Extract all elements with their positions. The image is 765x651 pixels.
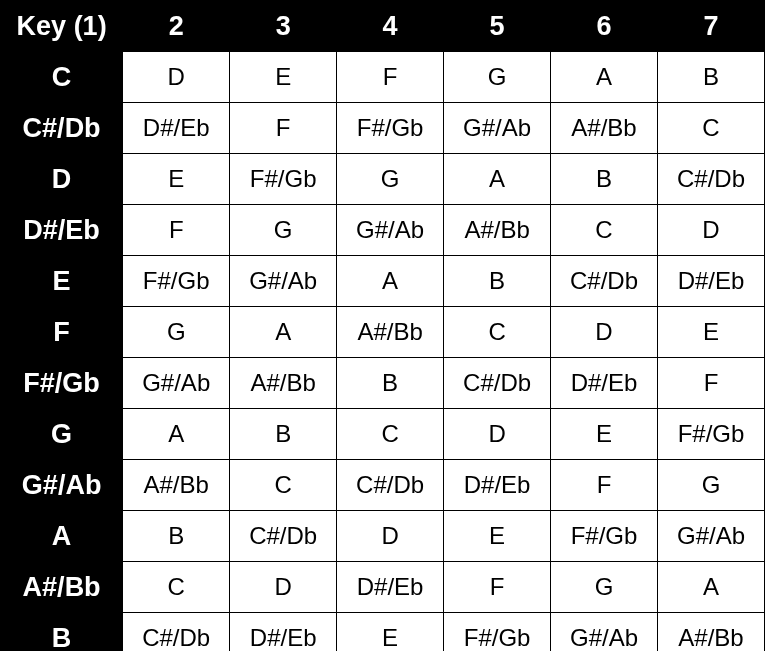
table-row: G#/AbA#/BbCC#/DbD#/EbFG — [1, 460, 765, 511]
data-cell: F — [123, 205, 230, 256]
data-cell: F — [444, 562, 551, 613]
data-cell: B — [230, 409, 337, 460]
key-cell: A#/Bb — [1, 562, 123, 613]
data-cell: A — [551, 52, 658, 103]
header-6: 6 — [551, 1, 658, 52]
data-cell: G — [337, 154, 444, 205]
key-cell: E — [1, 256, 123, 307]
data-cell: D — [123, 52, 230, 103]
data-cell: E — [230, 52, 337, 103]
header-row: Key (1) 2 3 4 5 6 7 — [1, 1, 765, 52]
key-cell: C — [1, 52, 123, 103]
data-cell: F — [551, 460, 658, 511]
data-cell: B — [551, 154, 658, 205]
key-cell: F#/Gb — [1, 358, 123, 409]
data-cell: A — [123, 409, 230, 460]
data-cell: F#/Gb — [230, 154, 337, 205]
data-cell: F — [658, 358, 765, 409]
table-row: A#/BbCDD#/EbFGA — [1, 562, 765, 613]
key-cell: G — [1, 409, 123, 460]
data-cell: B — [337, 358, 444, 409]
data-cell: A — [444, 154, 551, 205]
data-cell: E — [444, 511, 551, 562]
data-cell: D#/Eb — [123, 103, 230, 154]
data-cell: F — [337, 52, 444, 103]
key-cell: G#/Ab — [1, 460, 123, 511]
data-cell: A#/Bb — [658, 613, 765, 652]
data-cell: F#/Gb — [337, 103, 444, 154]
header-5: 5 — [444, 1, 551, 52]
data-cell: C — [230, 460, 337, 511]
table-row: CDEFGAB — [1, 52, 765, 103]
table-row: ABC#/DbDEF#/GbG#/Ab — [1, 511, 765, 562]
table-row: FGAA#/BbCDE — [1, 307, 765, 358]
key-cell: D — [1, 154, 123, 205]
data-cell: G — [123, 307, 230, 358]
header-2: 2 — [123, 1, 230, 52]
data-cell: F — [230, 103, 337, 154]
data-cell: C — [123, 562, 230, 613]
data-cell: B — [658, 52, 765, 103]
data-cell: D — [658, 205, 765, 256]
table-row: EF#/GbG#/AbABC#/DbD#/Eb — [1, 256, 765, 307]
scale-table-wrapper: Key (1) 2 3 4 5 6 7 CDEFGABC#/DbD#/EbFF#… — [0, 0, 765, 651]
scale-table: Key (1) 2 3 4 5 6 7 CDEFGABC#/DbD#/EbFF#… — [0, 0, 765, 651]
data-cell: D#/Eb — [658, 256, 765, 307]
data-cell: G#/Ab — [337, 205, 444, 256]
key-cell: F — [1, 307, 123, 358]
table-row: GABCDEF#/Gb — [1, 409, 765, 460]
header-key: Key (1) — [1, 1, 123, 52]
data-cell: C — [551, 205, 658, 256]
key-cell: C#/Db — [1, 103, 123, 154]
data-cell: G — [444, 52, 551, 103]
header-3: 3 — [230, 1, 337, 52]
header-7: 7 — [658, 1, 765, 52]
data-cell: G — [551, 562, 658, 613]
data-cell: D — [337, 511, 444, 562]
data-cell: B — [123, 511, 230, 562]
table-row: DEF#/GbGABC#/Db — [1, 154, 765, 205]
data-cell: G#/Ab — [444, 103, 551, 154]
key-cell: B — [1, 613, 123, 652]
data-cell: G#/Ab — [230, 256, 337, 307]
data-cell: D#/Eb — [230, 613, 337, 652]
data-cell: F#/Gb — [551, 511, 658, 562]
table-row: D#/EbFGG#/AbA#/BbCD — [1, 205, 765, 256]
data-cell: C#/Db — [658, 154, 765, 205]
key-cell: D#/Eb — [1, 205, 123, 256]
key-cell: A — [1, 511, 123, 562]
table-row: F#/GbG#/AbA#/BbBC#/DbD#/EbF — [1, 358, 765, 409]
data-cell: A#/Bb — [123, 460, 230, 511]
data-cell: A — [658, 562, 765, 613]
data-cell: C#/Db — [230, 511, 337, 562]
data-cell: C#/Db — [123, 613, 230, 652]
data-cell: F#/Gb — [444, 613, 551, 652]
data-cell: E — [551, 409, 658, 460]
data-cell: D#/Eb — [444, 460, 551, 511]
data-cell: G#/Ab — [551, 613, 658, 652]
data-cell: B — [444, 256, 551, 307]
data-cell: C — [444, 307, 551, 358]
data-cell: C#/Db — [444, 358, 551, 409]
data-cell: A#/Bb — [230, 358, 337, 409]
data-cell: F#/Gb — [123, 256, 230, 307]
data-cell: C — [658, 103, 765, 154]
data-cell: C#/Db — [337, 460, 444, 511]
data-cell: A#/Bb — [337, 307, 444, 358]
data-cell: E — [337, 613, 444, 652]
table-row: BC#/DbD#/EbEF#/GbG#/AbA#/Bb — [1, 613, 765, 652]
data-cell: D — [551, 307, 658, 358]
data-cell: E — [123, 154, 230, 205]
table-head: Key (1) 2 3 4 5 6 7 — [1, 1, 765, 52]
data-cell: A#/Bb — [551, 103, 658, 154]
data-cell: F#/Gb — [658, 409, 765, 460]
data-cell: D#/Eb — [337, 562, 444, 613]
table-row: C#/DbD#/EbFF#/GbG#/AbA#/BbC — [1, 103, 765, 154]
data-cell: D — [230, 562, 337, 613]
data-cell: D#/Eb — [551, 358, 658, 409]
table-body: CDEFGABC#/DbD#/EbFF#/GbG#/AbA#/BbCDEF#/G… — [1, 52, 765, 652]
data-cell: A — [230, 307, 337, 358]
data-cell: C — [337, 409, 444, 460]
data-cell: A — [337, 256, 444, 307]
data-cell: G — [658, 460, 765, 511]
